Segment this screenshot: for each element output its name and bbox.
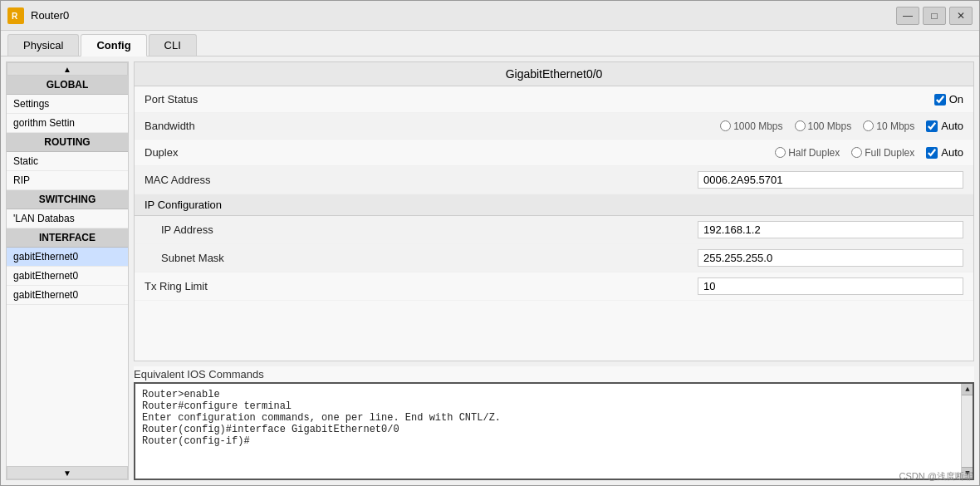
sidebar-header-global: GLOBAL — [7, 76, 128, 95]
ip-address-row: IP Address — [135, 216, 973, 244]
window-controls: — □ ✕ — [896, 7, 973, 25]
sidebar-item-ge2[interactable]: gabitEthernet0 — [7, 286, 128, 305]
tx-ring-limit-row: Tx Ring Limit — [135, 272, 973, 301]
sidebar-header-interface: INTERFACE — [7, 228, 128, 248]
full-duplex-text: Full Duplex — [865, 147, 914, 159]
subnet-mask-input[interactable] — [698, 249, 963, 267]
port-status-row: Port Status On — [135, 86, 973, 113]
subnet-mask-row: Subnet Mask — [135, 244, 973, 272]
sidebar-header-switching: SWITCHING — [7, 190, 128, 209]
svg-text:R: R — [12, 12, 18, 21]
mac-address-label: MAC Address — [145, 174, 277, 186]
bandwidth-10-radio[interactable] — [863, 120, 874, 131]
bandwidth-100-radio[interactable] — [795, 120, 806, 131]
ios-commands-label: Equivalent IOS Commands — [134, 366, 974, 382]
bandwidth-1000-label[interactable]: 1000 Mbps — [720, 120, 782, 132]
tab-config[interactable]: Config — [81, 34, 146, 56]
close-button[interactable]: ✕ — [949, 7, 973, 25]
bandwidth-100-label[interactable]: 100 Mbps — [795, 120, 852, 132]
sidebar: ▲ GLOBAL Settings gorithm Settin ROUTING… — [6, 61, 129, 480]
tab-cli[interactable]: CLI — [149, 34, 197, 56]
duplex-radio-group: Half Duplex Full Duplex Auto — [775, 146, 963, 159]
bandwidth-label: Bandwidth — [145, 120, 277, 132]
window-title: Router0 — [31, 9, 896, 22]
sidebar-scroll-down[interactable]: ▼ — [7, 466, 128, 479]
mac-address-input[interactable] — [698, 171, 963, 189]
main-window: R Router0 — □ ✕ Physical Config CLI ▲ GL… — [0, 0, 980, 486]
interface-title: GigabitEthernet0/0 — [135, 62, 973, 86]
mac-address-row: MAC Address — [135, 166, 973, 194]
sidebar-header-routing: ROUTING — [7, 133, 128, 152]
sidebar-scroll-up[interactable]: ▲ — [7, 62, 128, 76]
full-duplex-label[interactable]: Full Duplex — [851, 147, 914, 159]
bandwidth-auto-checkbox[interactable] — [926, 120, 938, 132]
half-duplex-text: Half Duplex — [788, 147, 840, 159]
bandwidth-10-text: 10 Mbps — [876, 120, 914, 132]
tabs-bar: Physical Config CLI — [1, 31, 979, 56]
main-panel: GigabitEthernet0/0 Port Status On Bandwi… — [134, 61, 974, 480]
half-duplex-label[interactable]: Half Duplex — [775, 147, 840, 159]
ios-line-0: Router>enable — [142, 389, 966, 400]
duplex-auto-checkbox[interactable] — [926, 147, 938, 159]
title-bar: R Router0 — □ ✕ — [1, 1, 979, 31]
ios-terminal[interactable]: Router>enable Router#configure terminal … — [134, 382, 974, 480]
bandwidth-auto-text: Auto — [941, 120, 963, 132]
bandwidth-10-label[interactable]: 10 Mbps — [863, 120, 914, 132]
tab-physical[interactable]: Physical — [7, 34, 79, 56]
tx-ring-limit-label: Tx Ring Limit — [145, 280, 277, 292]
bandwidth-1000-text: 1000 Mbps — [733, 120, 782, 132]
ip-address-input[interactable] — [698, 221, 963, 238]
ios-line-3: Router(config)#interface GigabitEthernet… — [142, 424, 966, 435]
full-duplex-radio[interactable] — [851, 147, 862, 158]
port-status-label: Port Status — [145, 93, 277, 106]
ip-address-label: IP Address — [145, 223, 277, 236]
mac-address-value — [277, 171, 963, 189]
bandwidth-radio-group: 1000 Mbps 100 Mbps 10 Mbps — [720, 120, 963, 132]
content-area: ▲ GLOBAL Settings gorithm Settin ROUTING… — [1, 56, 979, 485]
watermark: CSDN @浅度断罪 — [899, 470, 973, 483]
port-status-checkbox[interactable] — [934, 94, 946, 106]
ip-address-value — [277, 221, 963, 238]
sidebar-item-rip[interactable]: RIP — [7, 171, 128, 190]
sidebar-item-ge0[interactable]: gabitEthernet0 — [7, 248, 128, 267]
bandwidth-auto-label[interactable]: Auto — [926, 120, 963, 132]
ios-scroll-up[interactable]: ▲ — [962, 384, 973, 395]
duplex-row: Duplex Half Duplex Full Duplex — [135, 140, 973, 166]
bandwidth-value: 1000 Mbps 100 Mbps 10 Mbps — [277, 120, 963, 132]
tx-ring-limit-input[interactable] — [698, 277, 963, 295]
interface-panel: GigabitEthernet0/0 Port Status On Bandwi… — [134, 61, 974, 361]
sidebar-item-vlan-database[interactable]: 'LAN Databas — [7, 209, 128, 228]
duplex-value: Half Duplex Full Duplex Auto — [277, 146, 963, 159]
duplex-auto-label[interactable]: Auto — [926, 146, 963, 159]
bandwidth-row: Bandwidth 1000 Mbps 100 Mbps — [135, 113, 973, 140]
port-status-on-label: On — [949, 93, 963, 106]
minimize-button[interactable]: — — [896, 7, 919, 25]
ip-config-header: IP Configuration — [135, 194, 973, 216]
bandwidth-1000-radio[interactable] — [720, 120, 731, 131]
sidebar-list: GLOBAL Settings gorithm Settin ROUTING S… — [7, 76, 128, 466]
duplex-label: Duplex — [145, 146, 277, 159]
port-status-value: On — [277, 93, 963, 106]
sidebar-item-algorithm-settings[interactable]: gorithm Settin — [7, 114, 128, 133]
sidebar-item-ge1[interactable]: gabitEthernet0 — [7, 267, 128, 286]
subnet-mask-value — [277, 249, 963, 267]
port-status-checkbox-label[interactable]: On — [934, 93, 963, 106]
ios-line-2: Enter configuration commands, one per li… — [142, 412, 966, 424]
subnet-mask-label: Subnet Mask — [145, 252, 277, 264]
ios-line-1: Router#configure terminal — [142, 400, 966, 412]
bandwidth-100-text: 100 Mbps — [808, 120, 852, 132]
half-duplex-radio[interactable] — [775, 147, 786, 158]
maximize-button[interactable]: □ — [923, 7, 946, 25]
sidebar-item-settings[interactable]: Settings — [7, 95, 128, 114]
duplex-auto-text: Auto — [941, 146, 963, 159]
ios-commands-section: Equivalent IOS Commands Router>enable Ro… — [134, 366, 974, 480]
app-icon: R — [7, 7, 24, 24]
sidebar-item-static[interactable]: Static — [7, 152, 128, 171]
ios-scroll-track — [962, 395, 973, 467]
tx-ring-limit-value — [277, 277, 963, 295]
ios-scrollbar: ▲ ▼ — [961, 384, 973, 479]
ios-line-4: Router(config-if)# — [142, 435, 966, 447]
